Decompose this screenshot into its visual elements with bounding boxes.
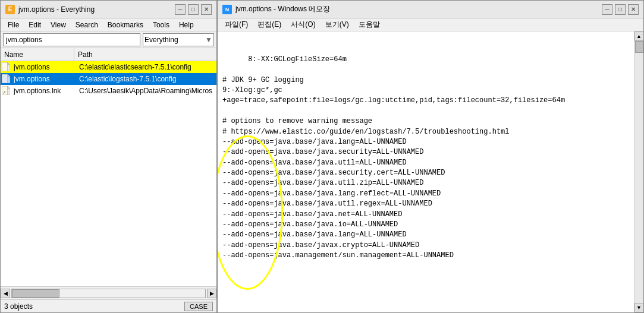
horizontal-scrollbar: ◀ ▶ — [1, 286, 216, 299]
menu-search[interactable]: Search — [71, 20, 103, 30]
scroll-left-button[interactable]: ◀ — [1, 289, 10, 298]
menu-bookmarks[interactable]: Bookmarks — [103, 20, 148, 30]
search-bar: Everything ▼ — [1, 31, 216, 48]
col-name-header[interactable]: Name — [3, 48, 74, 61]
menu-file[interactable]: File — [3, 20, 24, 30]
filter-value: Everything — [144, 36, 178, 44]
np-menu-view[interactable]: 보기(V) — [321, 18, 354, 31]
filter-dropdown[interactable]: Everything ▼ — [143, 33, 214, 46]
notepad-content[interactable]: 8:-XX:GCLogFileSize=64m # JDK 9+ GC logg… — [218, 31, 634, 312]
left-close-button[interactable]: ✕ — [201, 4, 212, 15]
file-path: C:\elastic\logstash-7.5.1\config — [79, 75, 215, 83]
notepad-app-icon: N — [222, 5, 232, 14]
right-window-controls: ─ □ ✕ — [602, 4, 639, 15]
np-menu-file[interactable]: 파일(F) — [220, 18, 253, 31]
table-row[interactable]: jvm.options C:\elastic\logstash-7.5.1\co… — [1, 73, 216, 85]
table-row[interactable]: ↗ jvm.options.lnk C:\Users\Jaesik\AppDat… — [1, 85, 216, 97]
dropdown-arrow-icon: ▼ — [205, 36, 212, 44]
col-path-header[interactable]: Path — [74, 50, 214, 59]
file-icon — [2, 62, 11, 72]
file-path: C:\elastic\elasticsearch-7.5.1\config — [79, 63, 215, 71]
svg-marker-8 — [8, 86, 10, 88]
everything-app-icon: E — [5, 5, 15, 14]
everything-window: E jvm.options - Everything ─ □ ✕ File Ed… — [0, 0, 217, 313]
svg-rect-0 — [2, 62, 8, 71]
menu-help[interactable]: Help — [174, 20, 199, 30]
column-header: Name Path — [1, 48, 216, 61]
np-menu-edit[interactable]: 편집(E) — [253, 18, 286, 31]
left-minimize-button[interactable]: ─ — [175, 4, 186, 15]
right-maximize-button[interactable]: □ — [615, 4, 626, 15]
notepad-window: N jvm.options - Windows 메모장 ─ □ ✕ 파일(F) … — [217, 0, 644, 313]
scroll-down-button[interactable]: ▼ — [634, 303, 644, 312]
scroll-thumb[interactable] — [12, 289, 59, 298]
notepad-scrollbar: ▲ ▼ — [634, 31, 643, 312]
right-minimize-button[interactable]: ─ — [602, 4, 612, 15]
file-list: jvm.options C:\elastic\elasticsearch-7.5… — [1, 61, 216, 286]
np-menu-help[interactable]: 도움말 — [354, 18, 385, 31]
svg-rect-3 — [2, 74, 8, 83]
search-input[interactable] — [3, 33, 140, 46]
notepad-body: 8:-XX:GCLogFileSize=64m # JDK 9+ GC logg… — [218, 31, 643, 312]
scroll-track[interactable] — [11, 289, 206, 298]
scroll-right-button[interactable]: ▶ — [207, 289, 216, 298]
status-bar: 3 objects CASE — [1, 299, 216, 312]
shortcut-icon: ↗ — [2, 86, 11, 96]
left-window-controls: ─ □ ✕ — [175, 4, 212, 15]
notepad-text: 8:-XX:GCLogFileSize=64m # JDK 9+ GC logg… — [222, 55, 565, 260]
menu-view[interactable]: View — [46, 20, 71, 30]
right-window-title: jvm.options - Windows 메모장 — [235, 4, 598, 14]
scroll-thumb-vertical[interactable] — [635, 41, 643, 53]
menu-tools[interactable]: Tools — [148, 20, 174, 30]
svg-marker-2 — [8, 62, 10, 65]
file-path: C:\Users\Jaesik\AppData\Roaming\Micros — [79, 87, 215, 95]
file-name: jvm.options — [14, 63, 79, 71]
case-button[interactable]: CASE — [184, 302, 213, 311]
scroll-track-vertical[interactable] — [634, 41, 644, 303]
svg-text:↗: ↗ — [2, 90, 6, 94]
svg-marker-5 — [8, 74, 10, 77]
left-menu-bar: File Edit View Search Bookmarks Tools He… — [1, 18, 216, 31]
file-name: jvm.options.lnk — [14, 87, 79, 95]
file-name: jvm.options — [14, 75, 79, 83]
notepad-menu-bar: 파일(F) 편집(E) 서식(O) 보기(V) 도움말 — [218, 18, 643, 31]
right-close-button[interactable]: ✕ — [628, 4, 639, 15]
scroll-up-button[interactable]: ▲ — [634, 31, 644, 41]
left-maximize-button[interactable]: □ — [188, 4, 199, 15]
menu-edit[interactable]: Edit — [24, 20, 46, 30]
np-menu-format[interactable]: 서식(O) — [286, 18, 320, 31]
file-icon — [2, 74, 11, 84]
left-title-bar: E jvm.options - Everything ─ □ ✕ — [1, 1, 216, 18]
table-row[interactable]: jvm.options C:\elastic\elasticsearch-7.5… — [1, 61, 216, 73]
right-title-bar: N jvm.options - Windows 메모장 ─ □ ✕ — [218, 1, 643, 18]
left-window-title: jvm.options - Everything — [18, 5, 171, 14]
status-text: 3 objects — [4, 302, 33, 311]
